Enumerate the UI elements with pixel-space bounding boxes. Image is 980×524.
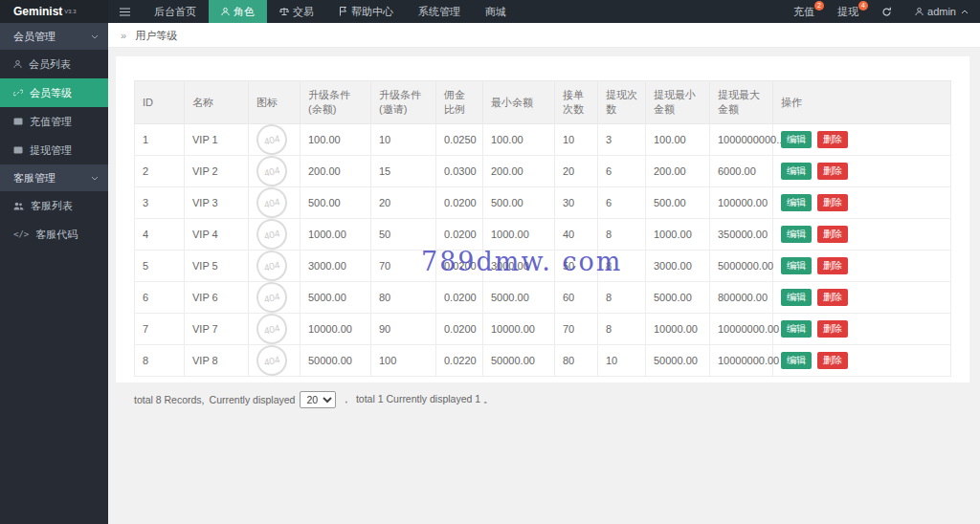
table-row: 3VIP 3404500.00200.0200500.00306500.0010… — [135, 187, 951, 219]
icon-cell: 404 — [249, 314, 301, 345]
delete-button[interactable]: 删除 — [817, 194, 848, 211]
icon-cell: 404 — [249, 219, 301, 251]
table-cell: 3 — [598, 124, 646, 156]
breadcrumb-separator: » — [121, 30, 126, 41]
edit-button[interactable]: 编辑 — [781, 131, 812, 148]
recharge-button[interactable]: 充值 2 — [782, 0, 826, 23]
edit-button[interactable]: 编辑 — [781, 257, 812, 274]
table-cell: 5000.00 — [483, 282, 555, 314]
actions-cell: 编辑删除 — [773, 187, 951, 219]
user-icon — [13, 59, 22, 69]
sidebar-item-service-code[interactable]: </> 客服代码 — [0, 220, 108, 249]
nav-item-system[interactable]: 系统管理 — [406, 0, 473, 23]
icon-cell: 404 — [249, 156, 301, 187]
table-cell: 1000.00 — [646, 219, 710, 251]
table-cell: VIP 4 — [185, 219, 249, 251]
chevron-up-icon — [961, 10, 969, 14]
user-icon — [915, 7, 924, 16]
icon-cell: 404 — [249, 187, 301, 219]
table-cell: 10000.00 — [646, 314, 710, 345]
table-cell: 6 — [135, 282, 185, 314]
table-cell: 200.00 — [646, 156, 710, 187]
hamburger-icon[interactable] — [108, 0, 142, 23]
table-cell: 500.00 — [483, 187, 555, 219]
card-icon — [13, 146, 23, 154]
table-cell: 50 — [555, 251, 598, 282]
edit-button[interactable]: 编辑 — [781, 226, 812, 243]
table-cell: 7 — [135, 314, 185, 345]
sidebar-section-service[interactable]: 客服管理 — [0, 164, 108, 191]
user-icon — [221, 7, 230, 16]
table-cell: 3000.00 — [301, 251, 371, 282]
table-cell: 0.0200 — [436, 282, 483, 314]
app-logo: Geminist V3.3 — [0, 0, 108, 23]
delete-button[interactable]: 删除 — [817, 289, 848, 306]
sidebar-item-recharge-mgmt[interactable]: 充值管理 — [0, 107, 108, 136]
page-size-select[interactable]: 20 — [300, 391, 336, 408]
chevron-down-icon — [91, 34, 99, 39]
table-cell: 50000.00 — [301, 345, 371, 377]
table-cell: 0.0200 — [436, 187, 483, 219]
table-cell: 50000.00 — [646, 345, 710, 377]
table-row: 7VIP 740410000.00900.020010000.007081000… — [135, 314, 951, 345]
table-cell: 60 — [555, 282, 598, 314]
code-icon: </> — [13, 229, 29, 239]
nav-item-roles[interactable]: 角色 — [209, 0, 267, 23]
table-cell: 30 — [555, 187, 598, 219]
withdraw-badge: 4 — [858, 1, 868, 11]
table-cell: 3000.00 — [646, 251, 710, 282]
nav-item-shop[interactable]: 商城 — [473, 0, 519, 23]
table-cell: VIP 3 — [185, 187, 249, 219]
delete-button[interactable]: 删除 — [817, 131, 848, 148]
delete-button[interactable]: 删除 — [817, 352, 848, 369]
table-cell: 1000.00 — [301, 219, 371, 251]
broken-image-404-placeholder: 404 — [254, 216, 290, 252]
edit-button[interactable]: 编辑 — [781, 289, 812, 306]
table-cell: 0.0300 — [436, 156, 483, 187]
chevron-down-icon — [91, 176, 99, 181]
edit-button[interactable]: 编辑 — [781, 163, 812, 180]
table-cell: 50 — [371, 219, 436, 251]
sidebar-section-members[interactable]: 会员管理 — [0, 23, 108, 50]
nav-item-home[interactable]: 后台首页 — [142, 0, 209, 23]
user-menu[interactable]: admin — [903, 0, 980, 23]
sidebar-item-service-list[interactable]: 客服列表 — [0, 191, 108, 220]
sidebar-item-member-list[interactable]: 会员列表 — [0, 50, 108, 78]
table-cell: 0.0200 — [436, 251, 483, 282]
table-card: ID 名称 图标 升级条件(余额) 升级条件(邀请) 佣金比例 最小余额 接单次… — [116, 56, 969, 382]
edit-button[interactable]: 编辑 — [781, 320, 812, 338]
table-cell: 5 — [135, 251, 185, 282]
table-cell: 90 — [371, 314, 436, 345]
table-cell: 6 — [598, 187, 646, 219]
table-cell: 40 — [555, 219, 598, 251]
edit-button[interactable]: 编辑 — [781, 194, 812, 211]
delete-button[interactable]: 删除 — [817, 226, 848, 243]
app-window: Geminist V3.3 后台首页 角色 交易 — [0, 0, 980, 524]
delete-button[interactable]: 删除 — [817, 320, 848, 338]
table-cell: 10 — [598, 345, 646, 377]
table-cell: 80 — [371, 282, 436, 314]
edit-button[interactable]: 编辑 — [781, 352, 812, 369]
table-cell: 100000.00 — [710, 187, 773, 219]
table-cell: 350000.00 — [710, 219, 773, 251]
broken-image-404-placeholder: 404 — [254, 342, 290, 379]
delete-button[interactable]: 删除 — [817, 257, 848, 274]
refresh-button[interactable] — [870, 0, 903, 23]
col-header-name: 名称 — [185, 81, 249, 124]
nav-item-help[interactable]: 帮助中心 — [326, 0, 406, 23]
sidebar-item-member-level[interactable]: 会员等级 — [0, 78, 108, 107]
actions-cell: 编辑删除 — [773, 219, 951, 251]
table-body: 1VIP 1404100.00100.0250100.00103100.0010… — [135, 124, 951, 377]
broken-image-404-placeholder: 404 — [254, 248, 290, 284]
col-header-withdraw-max: 提现最大金额 — [710, 81, 773, 124]
withdraw-button[interactable]: 提现 4 — [826, 0, 870, 23]
table-cell: VIP 6 — [185, 282, 249, 314]
table-cell: 200.00 — [483, 156, 555, 187]
col-header-order-count: 接单次数 — [555, 81, 598, 124]
delete-button[interactable]: 删除 — [817, 163, 848, 180]
nav-item-trade[interactable]: 交易 — [267, 0, 326, 23]
table-cell: 2 — [135, 156, 185, 187]
total-records-text: total 8 Records, — [134, 394, 205, 405]
logo-version: V3.3 — [64, 9, 76, 14]
sidebar-item-withdraw-mgmt[interactable]: 提现管理 — [0, 136, 108, 164]
